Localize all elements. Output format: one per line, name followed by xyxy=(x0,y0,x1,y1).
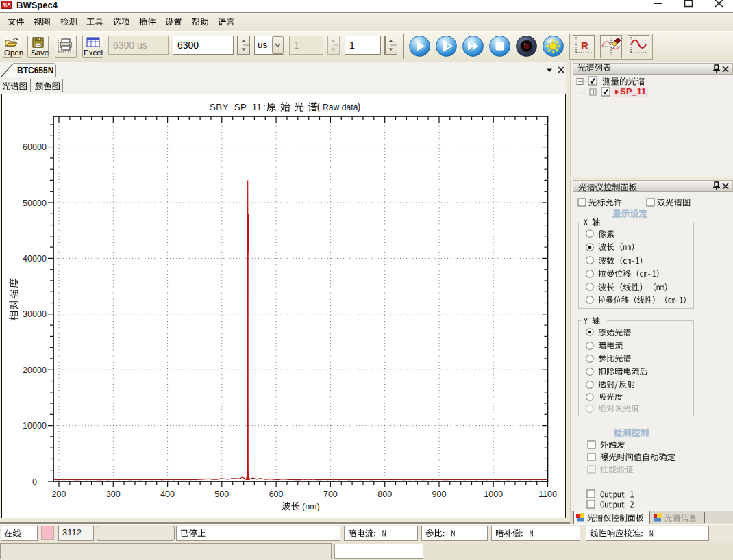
svg-text:1100: 1100 xyxy=(538,489,557,499)
svg-text:0: 0 xyxy=(32,477,37,487)
svg-text:10000: 10000 xyxy=(23,421,47,431)
svg-text:700: 700 xyxy=(323,489,338,499)
svg-text:200: 200 xyxy=(52,489,66,499)
svg-text:50000: 50000 xyxy=(23,199,47,208)
svg-text:20000: 20000 xyxy=(23,366,47,375)
svg-text:600: 600 xyxy=(269,489,284,499)
svg-text:60000: 60000 xyxy=(23,142,47,152)
svg-text:500: 500 xyxy=(214,489,229,499)
svg-text:1000: 1000 xyxy=(484,489,503,499)
svg-text:R: R xyxy=(581,40,588,51)
svg-text:900: 900 xyxy=(432,489,447,499)
svg-text:800: 800 xyxy=(377,489,392,499)
svg-text:300: 300 xyxy=(106,489,121,499)
svg-text:40000: 40000 xyxy=(23,254,47,264)
svg-text:30000: 30000 xyxy=(23,309,47,319)
svg-text:400: 400 xyxy=(160,489,175,499)
